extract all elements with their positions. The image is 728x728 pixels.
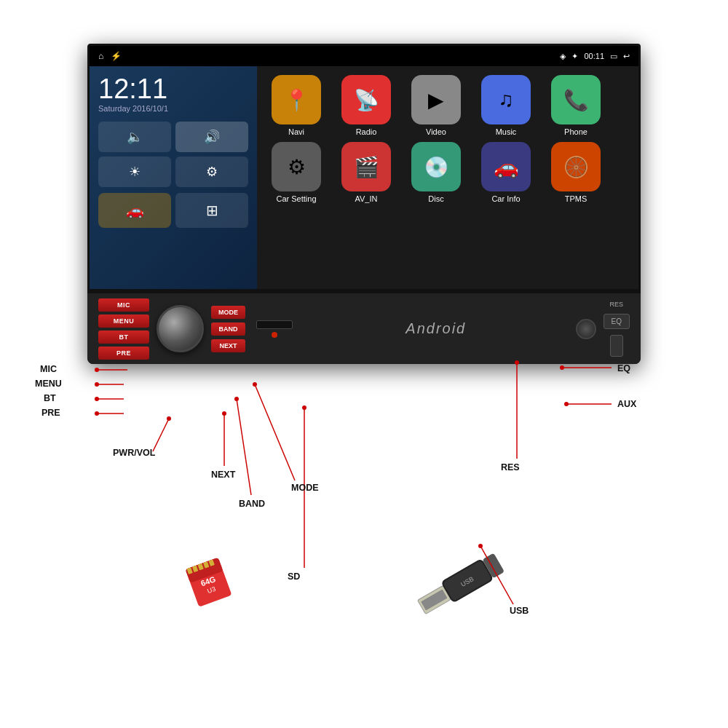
mic-button[interactable]: MIC (98, 298, 149, 312)
app-grid: 📍 Navi 📡 Radio ▶ Video (257, 66, 638, 289)
app-radio[interactable]: 📡 Radio (334, 75, 398, 136)
media-controls: 🔈 🔊 ☀ ⚙ (98, 122, 248, 187)
app-navi[interactable]: 📍 Navi (264, 75, 328, 136)
bt-button[interactable]: BT (98, 331, 149, 344)
app-video[interactable]: ▶ Video (404, 75, 468, 136)
mic-annotation: MIC (40, 364, 57, 374)
app-carsetting[interactable]: ⚙ Car Setting (264, 142, 328, 203)
location-icon: ◈ (560, 52, 566, 61)
svg-point-26 (222, 411, 226, 416)
svg-line-29 (255, 384, 295, 480)
back-icon: ↩ (623, 52, 630, 61)
clock-status: 00:11 (584, 52, 604, 60)
bluetooth-icon: ✦ (571, 52, 578, 61)
aux-annotation: AUX (617, 399, 636, 409)
home-icon: ⌂ (98, 51, 103, 61)
svg-point-16 (95, 368, 99, 372)
video-label: Video (426, 127, 446, 136)
clock-date: Saturday 2016/10/1 (98, 104, 248, 113)
volume-up-btn[interactable]: 🔊 (175, 122, 248, 152)
control-panel: MIC MENU BT PRE MODE BAND NEXT Android (87, 291, 641, 364)
video-icon: ▶ (411, 75, 461, 124)
pwr-vol-knob[interactable] (157, 305, 204, 352)
carsetting-label: Car Setting (276, 194, 316, 203)
music-icon: ♫ (481, 75, 531, 124)
main-container: ⌂ ⚡ ◈ ✦ 00:11 ▭ ↩ (0, 0, 728, 728)
usb-annotation: USB (510, 606, 529, 616)
stereo-unit: ⌂ ⚡ ◈ ✦ 00:11 ▭ ↩ (87, 44, 641, 364)
panel-right-buttons: MODE BAND NEXT (211, 306, 245, 352)
status-bar: ⌂ ⚡ ◈ ✦ 00:11 ▭ ↩ (90, 46, 638, 66)
svg-point-32 (302, 405, 306, 410)
sd-slot[interactable] (256, 320, 293, 329)
panel-right-end: RES EQ (604, 301, 630, 357)
pwrvol-annotation: PWR/VOL (113, 448, 155, 458)
svg-point-18 (95, 382, 99, 387)
sd-annotation: SD (288, 571, 300, 582)
settings-btn[interactable]: ⚙ (175, 157, 248, 187)
disc-label: Disc (428, 194, 443, 203)
svg-point-22 (95, 411, 99, 416)
music-label: Music (496, 127, 517, 136)
phone-label: Phone (564, 127, 587, 136)
usb-status-icon: ⚡ (111, 51, 122, 61)
navi-label: Navi (288, 127, 304, 136)
app-phone[interactable]: 📞 Phone (544, 75, 608, 136)
android-label: Android (304, 320, 569, 337)
next-button[interactable]: NEXT (211, 339, 245, 352)
res-label: RES (610, 301, 624, 308)
apps-btn[interactable]: ⊞ (175, 193, 248, 228)
carinfo-label: Car Info (491, 194, 520, 203)
avin-label: AV_IN (355, 194, 378, 203)
menu-annotation: MENU (35, 379, 62, 389)
phone-icon: 📞 (551, 75, 601, 124)
clock-time: 12:11 (98, 75, 248, 103)
mode-button[interactable]: MODE (211, 306, 245, 319)
res-annotation: RES (501, 462, 520, 472)
app-tpms[interactable]: 🛞 TPMS (544, 142, 608, 203)
usb-drive-accessory: USB (397, 546, 506, 641)
disc-icon: 💿 (411, 142, 461, 191)
aux-jack[interactable] (610, 335, 623, 357)
radio-icon: 📡 (341, 75, 391, 124)
tpms-label: TPMS (565, 194, 587, 203)
left-panel: 12:11 Saturday 2016/10/1 🔈 🔊 ☀ ⚙ 🚗 ⊞ (90, 66, 257, 289)
svg-line-27 (237, 399, 251, 495)
bt-annotation: BT (44, 393, 56, 403)
eq-annotation: EQ (617, 363, 630, 373)
next-annotation: NEXT (211, 470, 235, 480)
sd-card-accessory: 64G U3 (181, 550, 246, 615)
navi-icon: 📍 (272, 75, 321, 124)
battery-icon: ▭ (610, 52, 617, 61)
brightness-btn[interactable]: ☀ (98, 157, 171, 187)
svg-point-20 (95, 397, 99, 401)
eq-button[interactable]: EQ (604, 314, 630, 329)
avin-icon: 🎬 (341, 142, 391, 191)
svg-point-28 (234, 397, 239, 401)
app-disc[interactable]: 💿 Disc (404, 142, 468, 203)
svg-point-30 (253, 382, 257, 387)
app-carinfo[interactable]: 🚗 Car Info (474, 142, 538, 203)
tpms-icon: 🛞 (551, 142, 601, 191)
menu-button[interactable]: MENU (98, 314, 149, 328)
svg-line-23 (153, 419, 169, 451)
band-button[interactable]: BAND (211, 323, 245, 336)
car-btn[interactable]: 🚗 (98, 193, 171, 228)
carsetting-icon: ⚙ (272, 142, 321, 191)
svg-point-24 (167, 416, 171, 421)
screen-area: ⌂ ⚡ ◈ ✦ 00:11 ▭ ↩ (87, 44, 641, 291)
app-row-1: 📍 Navi 📡 Radio ▶ Video (264, 75, 631, 136)
app-avin[interactable]: 🎬 AV_IN (334, 142, 398, 203)
band-annotation: BAND (239, 499, 265, 509)
bottom-controls: 🚗 ⊞ (98, 193, 248, 228)
carinfo-icon: 🚗 (481, 142, 531, 191)
app-row-2: ⚙ Car Setting 🎬 AV_IN 💿 Disc (264, 142, 631, 203)
radio-label: Radio (356, 127, 377, 136)
panel-left-buttons: MIC MENU BT PRE (98, 298, 149, 360)
app-music[interactable]: ♫ Music (474, 75, 538, 136)
volume-down-btn[interactable]: 🔈 (98, 122, 171, 152)
pre-annotation: PRE (41, 408, 60, 418)
ir-sensor (576, 319, 596, 339)
svg-point-38 (564, 402, 569, 406)
pre-button[interactable]: PRE (98, 347, 149, 360)
